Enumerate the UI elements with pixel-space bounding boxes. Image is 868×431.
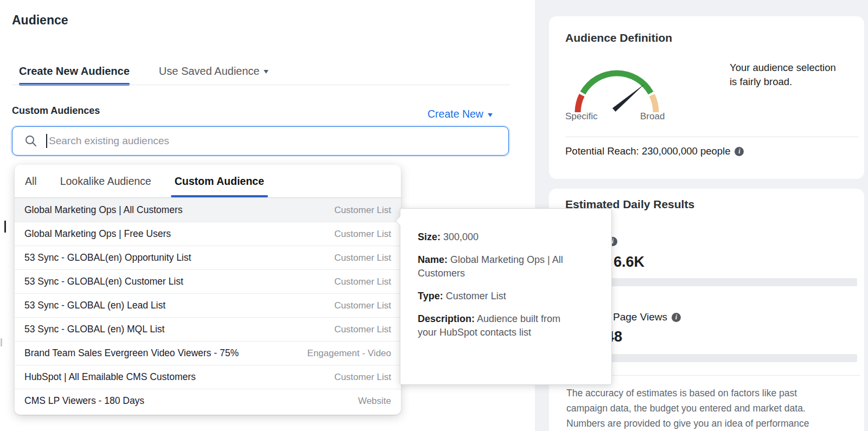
audience-list-item[interactable]: 53 Sync - GLOBAL(en) Customer List Custo… xyxy=(15,269,401,293)
search-input[interactable] xyxy=(49,135,508,147)
audience-name: HubSpot | All Emailable CMS Customers xyxy=(24,371,196,383)
card-title: Audience Definition xyxy=(565,31,672,44)
info-icon[interactable]: i xyxy=(735,147,744,156)
tooltip-type-value: Customer List xyxy=(446,291,506,301)
audience-name: 53 Sync - GLOBAL (en) Lead List xyxy=(24,300,165,311)
gauge-label-broad: Broad xyxy=(640,111,665,122)
audience-list-item[interactable]: Global Marketing Ops | All Customers Cus… xyxy=(15,198,401,222)
tooltip-type-label: Type: xyxy=(418,291,443,301)
audience-detail-tooltip: Size: 300,000 Name: Global Marketing Ops… xyxy=(400,208,612,385)
audience-type: Customer List xyxy=(334,205,391,216)
audience-type: Customer List xyxy=(334,276,391,287)
tabs-divider xyxy=(12,85,510,85)
audience-type: Customer List xyxy=(334,372,391,383)
tab-label: Use Saved Audience xyxy=(159,65,260,78)
audience-type: Customer List xyxy=(334,229,391,240)
audience-dropdown: All Lookalike Audience Custom Audience G… xyxy=(15,165,401,415)
audience-list-item[interactable]: Brand Team Sales Evergreen Video Viewers… xyxy=(15,341,401,365)
dropdown-tab-custom-audience[interactable]: Custom Audience xyxy=(175,165,264,197)
audience-list-item[interactable]: Global Marketing Ops | Free Users Custom… xyxy=(15,222,401,246)
tab-label: Create New Audience xyxy=(19,65,130,78)
tab-create-new-audience[interactable]: Create New Audience xyxy=(19,57,130,85)
gauge-segment-broad xyxy=(652,95,656,112)
audience-name: Brand Team Sales Evergreen Video Viewers… xyxy=(24,348,239,359)
stray-text-cursor xyxy=(4,221,6,233)
audience-list-item[interactable]: 53 Sync - GLOBAL (en) MQL List Customer … xyxy=(15,317,401,341)
audience-type: Customer List xyxy=(334,300,391,311)
potential-reach: Potential Reach: 230,000,000 people i xyxy=(565,145,744,157)
audience-name: 53 Sync - GLOBAL(en) Customer List xyxy=(24,276,183,287)
create-new-link[interactable]: Create New ▾ xyxy=(427,108,492,120)
dropdown-tab-lookalike-audience[interactable]: Lookalike Audience xyxy=(60,165,151,197)
text-cursor xyxy=(46,134,47,148)
audience-name: 53 Sync - GLOBAL (en) MQL List xyxy=(24,324,164,335)
metric-label-text: Page Views xyxy=(613,311,667,323)
audience-list-item[interactable]: 53 Sync - GLOBAL(en) Opportunity List Cu… xyxy=(15,246,401,269)
page-views-metric-label: Page Views i xyxy=(613,311,681,323)
audience-list-item[interactable]: CMS LP Viewers - 180 Days Website xyxy=(15,389,401,413)
search-icon xyxy=(24,134,37,147)
potential-reach-text: Potential Reach: 230,000,000 people xyxy=(565,145,730,157)
caret-down-icon: ▾ xyxy=(488,111,493,118)
audience-type: Engagement - Video xyxy=(307,348,391,359)
dropdown-tab-label: Lookalike Audience xyxy=(60,175,151,188)
audience-name: CMS LP Viewers - 180 Days xyxy=(24,395,144,407)
tooltip-name-row: Name: Global Marketing Ops | All Custome… xyxy=(418,253,582,280)
audience-name: Global Marketing Ops | All Customers xyxy=(24,204,182,216)
dropdown-tab-all[interactable]: All xyxy=(25,165,37,197)
page: Audience Create New Audience Use Saved A… xyxy=(0,0,868,431)
gauge-segment-specific xyxy=(578,95,582,113)
tooltip-name-label: Name: xyxy=(418,254,448,265)
tooltip-size-value: 300,000 xyxy=(443,231,478,242)
card-divider xyxy=(565,137,859,137)
audience-type: Customer List xyxy=(334,253,391,263)
tooltip-description-label: Description: xyxy=(418,313,475,324)
audience-breadth-message: Your audience selection is fairly broad. xyxy=(730,61,844,89)
audience-name: 53 Sync - GLOBAL(en) Opportunity List xyxy=(24,252,191,263)
audience-list-item[interactable]: HubSpot | All Emailable CMS Customers Cu… xyxy=(15,365,401,389)
tooltip-description-row: Description: Audience built from your Hu… xyxy=(418,312,582,339)
create-new-label: Create New xyxy=(427,108,483,120)
page-title: Audience xyxy=(12,13,68,28)
tooltip-size-row: Size: 300,000 xyxy=(418,230,582,244)
audience-definition-gauge xyxy=(565,60,671,114)
gauge-dial xyxy=(565,60,671,114)
tab-use-saved-audience[interactable]: Use Saved Audience ▾ xyxy=(159,57,269,85)
caret-down-icon: ▾ xyxy=(264,67,269,75)
audience-type: Customer List xyxy=(334,324,391,335)
audience-list-item[interactable]: 53 Sync - GLOBAL (en) Lead List Customer… xyxy=(15,293,401,317)
dropdown-tab-label: All xyxy=(25,175,37,188)
tooltip-size-label: Size: xyxy=(418,231,441,242)
gauge-segment-mid xyxy=(583,73,650,93)
gauge-needle xyxy=(612,84,644,112)
audience-tabs: Create New Audience Use Saved Audience ▾ xyxy=(19,57,269,85)
dropdown-tab-label: Custom Audience xyxy=(175,175,264,188)
estimates-disclaimer: The accuracy of estimates is based on fa… xyxy=(566,385,840,431)
audience-name: Global Marketing Ops | Free Users xyxy=(24,228,171,240)
audience-definition-card: Audience Definition Specific Broad Your … xyxy=(549,16,864,179)
gauge-label-specific: Specific xyxy=(565,111,598,122)
dropdown-filter-tabs: All Lookalike Audience Custom Audience xyxy=(15,165,401,198)
audience-search-box[interactable] xyxy=(12,126,509,156)
tooltip-type-row: Type: Customer List xyxy=(418,290,582,303)
info-icon[interactable]: i xyxy=(672,313,681,322)
reach-metric-value: 6.6K xyxy=(614,254,644,271)
stray-artifact xyxy=(1,338,2,346)
audience-type: Website xyxy=(358,396,391,407)
custom-audiences-label: Custom Audiences xyxy=(12,105,100,117)
